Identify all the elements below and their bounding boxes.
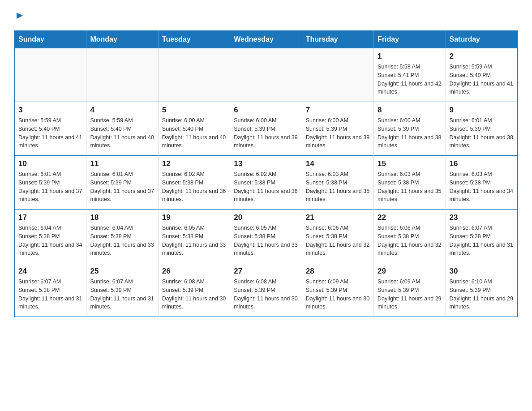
day-number: 20 xyxy=(234,213,298,222)
day-info: Sunrise: 6:00 AM Sunset: 5:39 PM Dayligh… xyxy=(234,116,298,150)
calendar-week-row: 17Sunrise: 6:04 AM Sunset: 5:38 PM Dayli… xyxy=(15,210,518,263)
day-number: 1 xyxy=(378,52,442,61)
calendar-cell: 7Sunrise: 6:00 AM Sunset: 5:39 PM Daylig… xyxy=(302,102,373,156)
day-number: 12 xyxy=(162,159,226,168)
calendar-week-row: 3Sunrise: 5:59 AM Sunset: 5:40 PM Daylig… xyxy=(15,102,518,156)
day-info: Sunrise: 6:04 AM Sunset: 5:38 PM Dayligh… xyxy=(18,224,82,257)
calendar-cell: 5Sunrise: 6:00 AM Sunset: 5:40 PM Daylig… xyxy=(158,102,230,156)
day-info: Sunrise: 6:09 AM Sunset: 5:39 PM Dayligh… xyxy=(306,278,370,311)
svg-marker-0 xyxy=(17,13,23,19)
day-info: Sunrise: 6:06 AM Sunset: 5:38 PM Dayligh… xyxy=(378,224,442,257)
calendar-cell: 18Sunrise: 6:04 AM Sunset: 5:38 PM Dayli… xyxy=(86,210,158,263)
day-info: Sunrise: 6:09 AM Sunset: 5:39 PM Dayligh… xyxy=(378,278,442,311)
calendar-cell xyxy=(158,48,230,102)
day-info: Sunrise: 6:03 AM Sunset: 5:38 PM Dayligh… xyxy=(378,170,442,204)
day-number: 6 xyxy=(234,106,298,115)
day-info: Sunrise: 6:07 AM Sunset: 5:38 PM Dayligh… xyxy=(450,224,514,257)
calendar-cell: 21Sunrise: 6:06 AM Sunset: 5:38 PM Dayli… xyxy=(302,210,373,263)
day-info: Sunrise: 6:01 AM Sunset: 5:39 PM Dayligh… xyxy=(90,170,154,204)
day-info: Sunrise: 6:07 AM Sunset: 5:39 PM Dayligh… xyxy=(90,278,154,311)
calendar-cell xyxy=(230,48,302,102)
calendar-cell: 26Sunrise: 6:08 AM Sunset: 5:39 PM Dayli… xyxy=(158,263,230,317)
calendar-cell: 8Sunrise: 6:00 AM Sunset: 5:39 PM Daylig… xyxy=(374,102,446,156)
calendar-cell: 6Sunrise: 6:00 AM Sunset: 5:39 PM Daylig… xyxy=(230,102,302,156)
day-number: 4 xyxy=(90,106,154,115)
calendar-cell: 30Sunrise: 6:10 AM Sunset: 5:39 PM Dayli… xyxy=(446,263,517,317)
calendar-week-row: 10Sunrise: 6:01 AM Sunset: 5:39 PM Dayli… xyxy=(15,156,518,210)
day-info: Sunrise: 6:03 AM Sunset: 5:38 PM Dayligh… xyxy=(450,170,514,204)
calendar-cell: 12Sunrise: 6:02 AM Sunset: 5:38 PM Dayli… xyxy=(158,156,230,210)
day-info: Sunrise: 6:03 AM Sunset: 5:38 PM Dayligh… xyxy=(306,170,370,204)
day-number: 10 xyxy=(18,159,82,168)
logo-arrow-icon xyxy=(15,11,25,22)
day-info: Sunrise: 6:00 AM Sunset: 5:39 PM Dayligh… xyxy=(306,116,370,150)
day-info: Sunrise: 6:05 AM Sunset: 5:38 PM Dayligh… xyxy=(162,224,226,257)
day-number: 16 xyxy=(450,159,514,168)
calendar-cell: 28Sunrise: 6:09 AM Sunset: 5:39 PM Dayli… xyxy=(302,263,373,317)
day-info: Sunrise: 5:59 AM Sunset: 5:40 PM Dayligh… xyxy=(90,116,154,150)
day-info: Sunrise: 6:02 AM Sunset: 5:38 PM Dayligh… xyxy=(234,170,298,204)
col-sunday: Sunday xyxy=(15,31,86,48)
day-number: 23 xyxy=(450,213,514,222)
calendar-cell xyxy=(86,48,158,102)
calendar-cell: 11Sunrise: 6:01 AM Sunset: 5:39 PM Dayli… xyxy=(86,156,158,210)
calendar-week-row: 24Sunrise: 6:07 AM Sunset: 5:38 PM Dayli… xyxy=(15,263,518,317)
day-number: 18 xyxy=(90,213,154,222)
day-info: Sunrise: 6:08 AM Sunset: 5:39 PM Dayligh… xyxy=(162,278,226,311)
day-info: Sunrise: 6:08 AM Sunset: 5:39 PM Dayligh… xyxy=(234,278,298,311)
calendar-cell: 2Sunrise: 5:59 AM Sunset: 5:40 PM Daylig… xyxy=(446,48,517,102)
day-number: 5 xyxy=(162,106,226,115)
col-thursday: Thursday xyxy=(302,31,373,48)
day-info: Sunrise: 6:04 AM Sunset: 5:38 PM Dayligh… xyxy=(90,224,154,257)
calendar-week-row: 1Sunrise: 5:58 AM Sunset: 5:41 PM Daylig… xyxy=(15,48,518,102)
day-number: 3 xyxy=(18,106,82,115)
day-info: Sunrise: 6:01 AM Sunset: 5:39 PM Dayligh… xyxy=(18,170,82,204)
day-number: 9 xyxy=(450,106,514,115)
day-number: 15 xyxy=(378,159,442,168)
col-monday: Monday xyxy=(86,31,158,48)
calendar-cell: 9Sunrise: 6:01 AM Sunset: 5:39 PM Daylig… xyxy=(446,102,517,156)
calendar-cell: 22Sunrise: 6:06 AM Sunset: 5:38 PM Dayli… xyxy=(374,210,446,263)
calendar-cell xyxy=(302,48,373,102)
page-header xyxy=(14,11,518,22)
day-number: 11 xyxy=(90,159,154,168)
day-number: 25 xyxy=(90,267,154,276)
day-number: 27 xyxy=(234,267,298,276)
calendar-cell: 1Sunrise: 5:58 AM Sunset: 5:41 PM Daylig… xyxy=(374,48,446,102)
day-info: Sunrise: 5:58 AM Sunset: 5:41 PM Dayligh… xyxy=(378,63,442,96)
calendar-cell: 19Sunrise: 6:05 AM Sunset: 5:38 PM Dayli… xyxy=(158,210,230,263)
day-info: Sunrise: 6:06 AM Sunset: 5:38 PM Dayligh… xyxy=(306,224,370,257)
calendar-cell: 16Sunrise: 6:03 AM Sunset: 5:38 PM Dayli… xyxy=(446,156,517,210)
day-info: Sunrise: 6:01 AM Sunset: 5:39 PM Dayligh… xyxy=(450,116,514,150)
day-number: 26 xyxy=(162,267,226,276)
day-number: 30 xyxy=(450,267,514,276)
calendar-cell: 4Sunrise: 5:59 AM Sunset: 5:40 PM Daylig… xyxy=(86,102,158,156)
calendar-table: Sunday Monday Tuesday Wednesday Thursday… xyxy=(14,30,518,317)
logo xyxy=(14,11,25,22)
calendar-cell: 14Sunrise: 6:03 AM Sunset: 5:38 PM Dayli… xyxy=(302,156,373,210)
calendar-header-row: Sunday Monday Tuesday Wednesday Thursday… xyxy=(15,31,518,48)
day-number: 24 xyxy=(18,267,82,276)
calendar-cell: 27Sunrise: 6:08 AM Sunset: 5:39 PM Dayli… xyxy=(230,263,302,317)
day-number: 8 xyxy=(378,106,442,115)
day-number: 28 xyxy=(306,267,370,276)
day-number: 29 xyxy=(378,267,442,276)
col-friday: Friday xyxy=(374,31,446,48)
calendar-cell: 3Sunrise: 5:59 AM Sunset: 5:40 PM Daylig… xyxy=(15,102,86,156)
day-number: 7 xyxy=(306,106,370,115)
day-number: 2 xyxy=(450,52,514,61)
calendar-cell: 23Sunrise: 6:07 AM Sunset: 5:38 PM Dayli… xyxy=(446,210,517,263)
calendar-cell xyxy=(15,48,86,102)
day-info: Sunrise: 6:00 AM Sunset: 5:40 PM Dayligh… xyxy=(162,116,226,150)
calendar-cell: 17Sunrise: 6:04 AM Sunset: 5:38 PM Dayli… xyxy=(15,210,86,263)
calendar-cell: 24Sunrise: 6:07 AM Sunset: 5:38 PM Dayli… xyxy=(15,263,86,317)
col-tuesday: Tuesday xyxy=(158,31,230,48)
day-number: 19 xyxy=(162,213,226,222)
day-info: Sunrise: 6:07 AM Sunset: 5:38 PM Dayligh… xyxy=(18,278,82,311)
day-number: 14 xyxy=(306,159,370,168)
day-info: Sunrise: 6:02 AM Sunset: 5:38 PM Dayligh… xyxy=(162,170,226,204)
day-info: Sunrise: 6:05 AM Sunset: 5:38 PM Dayligh… xyxy=(234,224,298,257)
calendar-cell: 15Sunrise: 6:03 AM Sunset: 5:38 PM Dayli… xyxy=(374,156,446,210)
day-number: 21 xyxy=(306,213,370,222)
day-info: Sunrise: 6:00 AM Sunset: 5:39 PM Dayligh… xyxy=(378,116,442,150)
